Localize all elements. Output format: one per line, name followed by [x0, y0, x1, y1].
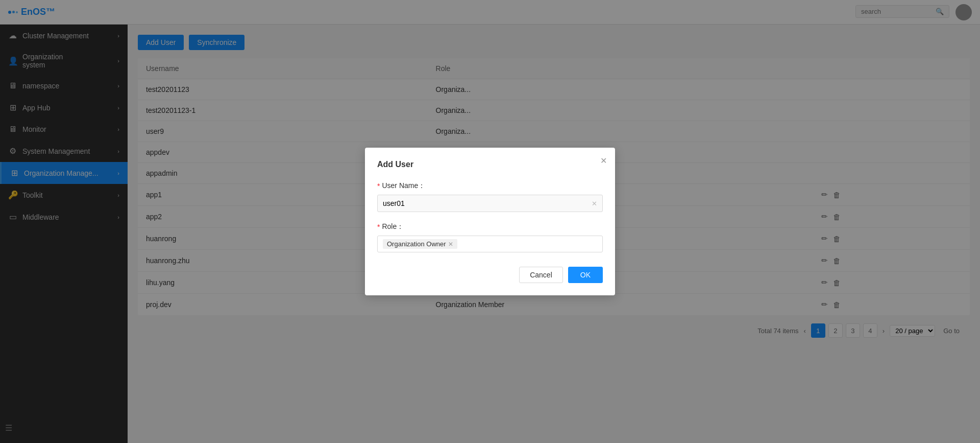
username-form-row: * User Name： ✕ — [377, 181, 603, 212]
required-star-role: * — [377, 223, 380, 231]
role-tag-label: Organization Owner — [387, 240, 446, 248]
role-label: * Role： — [377, 222, 603, 231]
username-label: * User Name： — [377, 181, 603, 191]
username-input-wrapper: ✕ — [377, 195, 603, 212]
modal-overlay[interactable]: Add User ✕ * User Name： ✕ * Role： Organi… — [0, 0, 980, 443]
required-star: * — [377, 182, 380, 190]
username-input[interactable] — [383, 199, 592, 207]
role-label-text: Role： — [382, 222, 404, 231]
role-form-row: * Role： Organization Owner ✕ — [377, 222, 603, 252]
ok-button[interactable]: OK — [568, 267, 603, 283]
cancel-button[interactable]: Cancel — [519, 267, 563, 283]
role-tag-input[interactable]: Organization Owner ✕ — [377, 236, 603, 252]
modal-close-button[interactable]: ✕ — [600, 156, 607, 166]
modal-title: Add User — [377, 160, 603, 169]
clear-icon[interactable]: ✕ — [592, 200, 597, 207]
username-label-text: User Name： — [382, 181, 425, 191]
role-tag: Organization Owner ✕ — [383, 239, 457, 249]
modal-footer: Cancel OK — [377, 267, 603, 283]
tag-remove-button[interactable]: ✕ — [448, 241, 453, 248]
add-user-modal: Add User ✕ * User Name： ✕ * Role： Organi… — [365, 148, 615, 295]
